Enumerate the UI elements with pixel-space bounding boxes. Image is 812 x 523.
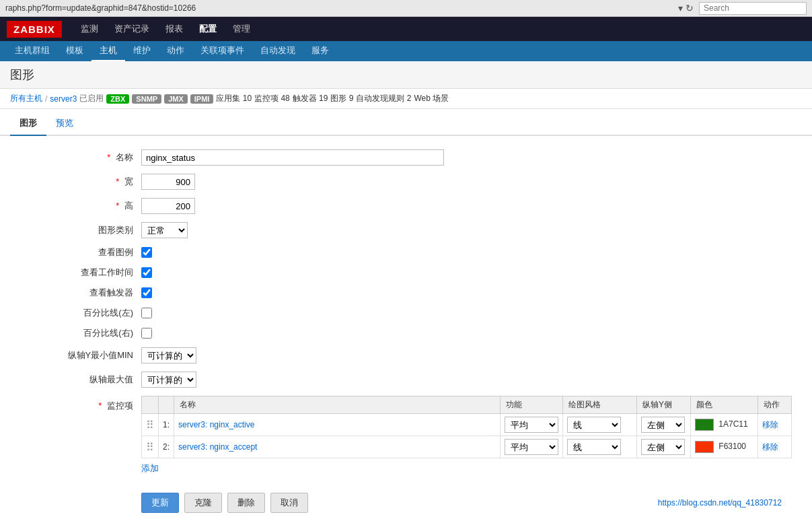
subnav-discovery[interactable]: 自动发现: [252, 41, 303, 61]
th-drag: [142, 396, 159, 414]
checkbox-percent-right[interactable]: [141, 328, 152, 339]
label-height: * 高: [20, 200, 141, 212]
nav-item-monitor[interactable]: 监测: [73, 17, 106, 41]
subnav-actions[interactable]: 动作: [159, 41, 192, 61]
color-value-1: 1A7C11: [718, 419, 747, 429]
breadcrumb-triggers[interactable]: 触发器 19: [293, 93, 328, 104]
subnav-templates[interactable]: 模板: [58, 41, 91, 61]
page-title-bar: 图形: [0, 61, 812, 89]
select-function-2[interactable]: 平均 最小 最大 全部: [505, 439, 558, 455]
select-graph-type[interactable]: 正常 堆积 饼图 分解图: [141, 222, 188, 238]
select-yaxis-1[interactable]: 左侧 右侧: [641, 417, 685, 433]
drag-handle[interactable]: ⠿: [142, 436, 159, 458]
breadcrumb-sep1: /: [45, 94, 47, 104]
item-link-1[interactable]: server3: nginx_active: [178, 420, 254, 429]
color-swatch-2[interactable]: [695, 441, 714, 453]
page-title: 图形: [10, 67, 802, 83]
remove-btn-2[interactable]: 移除: [762, 442, 778, 452]
table-row: ⠿ 1: server3: nginx_active 平均 最小 最大: [142, 414, 792, 436]
item-action-1: 移除: [758, 414, 792, 436]
th-name: 名称: [174, 396, 501, 414]
breadcrumb-monitors[interactable]: 监控项 48: [254, 93, 290, 104]
checkbox-worktime[interactable]: [141, 267, 152, 278]
form-row-triggers: 查看触发器: [20, 287, 792, 299]
items-table: 名称 功能 绘图风格 纵轴Y侧 颜色 动作 ⠿ 1:: [141, 396, 792, 458]
required-star-height: *: [116, 201, 119, 211]
label-worktime: 查看工作时间: [20, 267, 141, 279]
checkbox-legend[interactable]: [141, 247, 152, 258]
search-input[interactable]: [699, 2, 807, 15]
clone-button[interactable]: 克隆: [184, 493, 222, 513]
breadcrumb-autodiscover[interactable]: 自动发现规则 2: [356, 93, 411, 104]
breadcrumb-status: 已启用: [79, 93, 104, 104]
item-color-1: 1A7C11: [691, 414, 758, 436]
subnav-maintenance[interactable]: 维护: [125, 41, 159, 61]
input-width[interactable]: [141, 174, 195, 190]
label-ymax: 纵轴最大值: [20, 374, 141, 386]
label-triggers: 查看触发器: [20, 287, 141, 299]
dropdown-icon[interactable]: ▾: [678, 3, 683, 13]
remove-btn-1[interactable]: 移除: [762, 420, 778, 429]
refresh-icon[interactable]: ↻: [686, 3, 694, 13]
form-row-legend: 查看图例: [20, 246, 792, 258]
cancel-button[interactable]: 取消: [270, 493, 308, 513]
select-function-1[interactable]: 平均 最小 最大 全部: [505, 417, 558, 433]
input-name[interactable]: [141, 149, 444, 166]
nav-item-reports[interactable]: 报表: [157, 17, 191, 41]
form-row-ymin: 纵轴Y最小值MIN 可计算的 固定 条目: [20, 347, 792, 363]
tab-graph[interactable]: 图形: [10, 112, 46, 136]
browser-controls: ▾ ↻: [678, 3, 694, 13]
zabbix-logo: ZABBIX: [7, 21, 62, 38]
subnav-hostgroups[interactable]: 主机群组: [7, 41, 58, 61]
th-color: 颜色: [691, 396, 758, 414]
color-value-2: F63100: [718, 442, 746, 451]
select-yaxis-2[interactable]: 左侧 右侧: [641, 439, 685, 455]
required-star-name: *: [107, 152, 110, 162]
form-row-percent-right: 百分比线(右): [20, 327, 792, 339]
breadcrumb-apps[interactable]: 应用集 10: [216, 93, 252, 104]
form-row-items: * 监控项 名称 功能 绘图风格 纵轴Y侧 颜色 动作: [20, 396, 792, 475]
item-color-2: F63100: [691, 436, 758, 458]
checkbox-triggers[interactable]: [141, 287, 152, 298]
subnav-hosts[interactable]: 主机: [91, 41, 125, 61]
subnav-services[interactable]: 服务: [303, 41, 337, 61]
badge-jmx: JMX: [164, 94, 188, 104]
select-ymax[interactable]: 可计算的 固定 条目: [141, 372, 196, 388]
breadcrumb-graphs[interactable]: 图形 9: [330, 93, 353, 104]
checkbox-percent-left[interactable]: [141, 308, 152, 318]
subnav-correlation[interactable]: 关联项事件: [192, 41, 252, 61]
tab-preview[interactable]: 预览: [46, 112, 83, 136]
nav-item-assets[interactable]: 资产记录: [106, 17, 157, 41]
breadcrumb-web[interactable]: Web 场景: [414, 93, 449, 104]
update-button[interactable]: 更新: [141, 493, 179, 513]
tabs-bar: 图形 预览: [0, 112, 812, 136]
select-ymin[interactable]: 可计算的 固定 条目: [141, 347, 196, 363]
delete-button[interactable]: 删除: [227, 493, 265, 513]
required-star-width: *: [116, 176, 119, 186]
breadcrumb-all-hosts[interactable]: 所有主机: [10, 93, 42, 104]
label-percent-left: 百分比线(左): [20, 307, 141, 319]
add-item-link[interactable]: 添加: [141, 462, 159, 475]
item-function-2: 平均 最小 最大 全部: [501, 436, 563, 458]
th-action: 动作: [758, 396, 792, 414]
nav-item-config[interactable]: 配置: [191, 17, 225, 41]
th-draw-style: 绘图风格: [563, 396, 637, 414]
drag-handle[interactable]: ⠿: [142, 414, 159, 436]
item-action-2: 移除: [758, 436, 792, 458]
nav-item-admin[interactable]: 管理: [225, 17, 258, 41]
color-swatch-1[interactable]: [695, 419, 714, 431]
breadcrumb-server[interactable]: server3: [50, 94, 77, 104]
action-buttons: 更新 克隆 删除 取消 https://blog.csdn.net/qq_418…: [20, 483, 792, 523]
footer-link[interactable]: https://blog.csdn.net/qq_41830712: [658, 498, 782, 508]
form-row-percent-left: 百分比线(左): [20, 307, 792, 319]
label-name: * 名称: [20, 151, 141, 164]
th-yaxis: 纵轴Y侧: [637, 396, 691, 414]
select-draw-1[interactable]: 线 已填充区域 粗线 点 虚线 渐变线: [567, 417, 621, 433]
label-legend: 查看图例: [20, 246, 141, 258]
item-draw-1: 线 已填充区域 粗线 点 虚线 渐变线: [563, 414, 637, 436]
item-yaxis-2: 左侧 右侧: [637, 436, 691, 458]
item-link-2[interactable]: server3: nginx_accept: [178, 442, 257, 452]
badge-snmp: SNMP: [132, 94, 161, 104]
input-height[interactable]: [141, 198, 195, 214]
select-draw-2[interactable]: 线 已填充区域 粗线 点 虚线 渐变线: [567, 439, 621, 455]
